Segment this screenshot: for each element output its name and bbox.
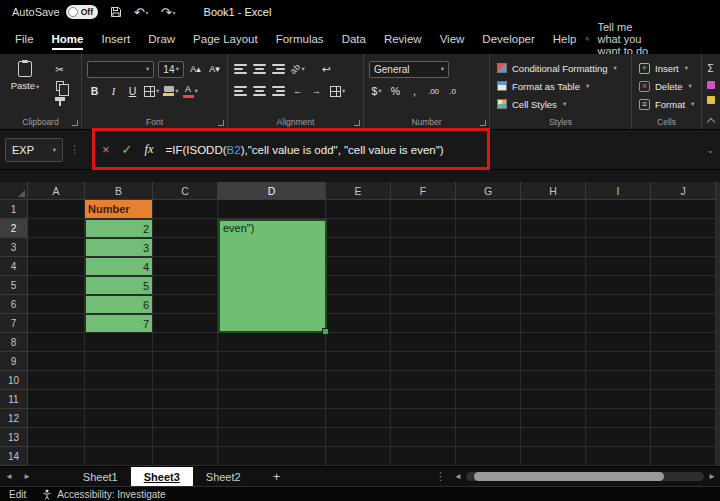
decrease-font-size-button[interactable]: A▾: [207, 61, 222, 78]
cell-C13[interactable]: [153, 428, 218, 447]
cell-J11[interactable]: [651, 390, 716, 409]
cell-F2[interactable]: [391, 219, 456, 238]
sheet-nav-left-icon[interactable]: ◄: [0, 472, 18, 481]
cell-J4[interactable]: [651, 257, 716, 276]
tab-insert[interactable]: Insert: [92, 27, 139, 51]
cell-F13[interactable]: [391, 428, 456, 447]
redo-dropdown-icon[interactable]: ▾: [173, 9, 176, 16]
column-header-G[interactable]: G: [456, 182, 521, 200]
cell-A6[interactable]: [28, 295, 85, 314]
cell-E10[interactable]: [326, 371, 391, 390]
row-header-6[interactable]: 6: [0, 295, 28, 314]
cell-F10[interactable]: [391, 371, 456, 390]
tab-view[interactable]: View: [431, 27, 474, 51]
cell-A3[interactable]: [28, 238, 85, 257]
cell-B2[interactable]: 2: [85, 219, 153, 238]
tab-bar-menu-icon[interactable]: ⋮: [427, 470, 454, 483]
row-header-1[interactable]: 1: [0, 200, 28, 219]
cell-H2[interactable]: [521, 219, 586, 238]
column-header-D[interactable]: D: [218, 182, 326, 200]
cell-E5[interactable]: [326, 276, 391, 295]
accessibility-checker[interactable]: Accessibility: Investigate: [42, 489, 165, 500]
insert-cells-button[interactable]: + Insert ▾: [635, 59, 698, 77]
column-header-H[interactable]: H: [521, 182, 586, 200]
align-top-button[interactable]: [233, 61, 248, 78]
cell-J7[interactable]: [651, 314, 716, 333]
cell-G7[interactable]: [456, 314, 521, 333]
cell-C1[interactable]: [153, 200, 218, 219]
font-size-select[interactable]: 14 ▾: [158, 61, 184, 78]
cell-C10[interactable]: [153, 371, 218, 390]
cell-H4[interactable]: [521, 257, 586, 276]
cell-C2[interactable]: [153, 219, 218, 238]
cell-I7[interactable]: [586, 314, 651, 333]
cell-G5[interactable]: [456, 276, 521, 295]
italic-button[interactable]: I: [106, 83, 121, 100]
underline-button[interactable]: U: [125, 83, 140, 100]
scroll-right-icon[interactable]: ►: [708, 472, 716, 481]
font-dialog-launcher[interactable]: [218, 120, 224, 126]
cell-C6[interactable]: [153, 295, 218, 314]
sheet-nav-right-icon[interactable]: ►: [18, 472, 36, 481]
cell-F3[interactable]: [391, 238, 456, 257]
align-bottom-button[interactable]: [271, 61, 286, 78]
edited-cell-range-D2-D7[interactable]: even"): [218, 219, 327, 333]
cell-F6[interactable]: [391, 295, 456, 314]
redo-button[interactable]: ↷▾: [161, 5, 176, 20]
cell-E1[interactable]: [326, 200, 391, 219]
increase-indent-button[interactable]: →: [309, 83, 324, 100]
cell-I13[interactable]: [586, 428, 651, 447]
sort-filter-icon[interactable]: [707, 81, 715, 89]
cell-C8[interactable]: [153, 333, 218, 352]
format-as-table-button[interactable]: Format as Table ▾: [493, 77, 628, 95]
cell-C5[interactable]: [153, 276, 218, 295]
cell-H11[interactable]: [521, 390, 586, 409]
orientation-button[interactable]: ab▾: [290, 61, 305, 78]
cell-J8[interactable]: [651, 333, 716, 352]
tab-file[interactable]: File: [6, 27, 43, 51]
cell-A13[interactable]: [28, 428, 85, 447]
cell-B9[interactable]: [85, 352, 153, 371]
cell-I1[interactable]: [586, 200, 651, 219]
sheet-tab-sheet1[interactable]: Sheet1: [70, 467, 131, 486]
cell-F5[interactable]: [391, 276, 456, 295]
cell-C12[interactable]: [153, 409, 218, 428]
wrap-text-button[interactable]: ↩: [319, 61, 334, 78]
cell-H5[interactable]: [521, 276, 586, 295]
cell-E14[interactable]: [326, 447, 391, 466]
cell-B4[interactable]: 4: [85, 257, 153, 276]
decrease-indent-button[interactable]: ←: [290, 83, 305, 100]
decrease-decimal-button[interactable]: .0: [445, 83, 460, 100]
cell-A10[interactable]: [28, 371, 85, 390]
cell-I5[interactable]: [586, 276, 651, 295]
fill-handle[interactable]: [322, 328, 329, 335]
cell-H13[interactable]: [521, 428, 586, 447]
increase-font-size-button[interactable]: A▴: [188, 61, 203, 78]
cell-G2[interactable]: [456, 219, 521, 238]
row-header-5[interactable]: 5: [0, 276, 28, 295]
cell-D8[interactable]: [218, 333, 326, 352]
cell-J1[interactable]: [651, 200, 716, 219]
cell-I10[interactable]: [586, 371, 651, 390]
column-header-E[interactable]: E: [326, 182, 391, 200]
font-name-select[interactable]: ▾: [87, 61, 154, 78]
cell-G4[interactable]: [456, 257, 521, 276]
copy-button[interactable]: [52, 80, 67, 91]
tab-formulas[interactable]: Formulas: [267, 27, 333, 51]
row-header-4[interactable]: 4: [0, 257, 28, 276]
cancel-button[interactable]: ×: [102, 142, 110, 157]
cell-J5[interactable]: [651, 276, 716, 295]
cell-E8[interactable]: [326, 333, 391, 352]
paste-button[interactable]: Paste▾: [7, 61, 43, 107]
row-header-7[interactable]: 7: [0, 314, 28, 333]
cell-I8[interactable]: [586, 333, 651, 352]
cell-J12[interactable]: [651, 409, 716, 428]
cell-A14[interactable]: [28, 447, 85, 466]
tab-developer[interactable]: Developer: [473, 27, 543, 51]
cell-E12[interactable]: [326, 409, 391, 428]
delete-cells-button[interactable]: × Delete ▾: [635, 77, 698, 95]
cell-B8[interactable]: [85, 333, 153, 352]
autosave-toggle[interactable]: AutoSave Off: [12, 5, 98, 19]
cell-J6[interactable]: [651, 295, 716, 314]
cell-H1[interactable]: [521, 200, 586, 219]
